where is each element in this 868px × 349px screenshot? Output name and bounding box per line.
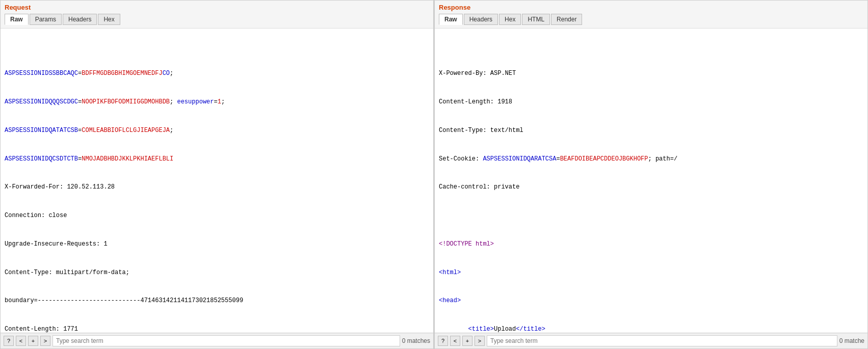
request-help-button[interactable]: ? — [4, 336, 14, 346]
tab-response-render[interactable]: Render — [551, 14, 582, 25]
request-matches: 0 matches — [402, 337, 430, 344]
response-title: Response — [439, 4, 863, 11]
request-tabs: Raw Params Headers Hex — [5, 14, 429, 25]
response-next-button[interactable]: > — [475, 336, 485, 346]
request-add-button[interactable]: + — [28, 336, 38, 346]
response-search-input[interactable] — [487, 335, 837, 346]
request-search-bar: ? < + > 0 matches — [1, 333, 433, 348]
request-next-button[interactable]: > — [40, 336, 50, 346]
response-panel-header: Response Raw Headers Hex HTML Render — [435, 1, 867, 29]
response-add-button[interactable]: + — [462, 336, 472, 346]
response-search-bar: ? < + > 0 matche — [435, 333, 867, 348]
response-help-button[interactable]: ? — [438, 336, 448, 346]
response-body: X-Powered-By: ASP.NET Content-Length: 19… — [439, 50, 863, 333]
request-prev-button[interactable]: < — [16, 336, 26, 346]
tab-response-raw[interactable]: Raw — [439, 14, 463, 25]
request-panel-header: Request Raw Params Headers Hex — [1, 1, 433, 29]
response-panel: Response Raw Headers Hex HTML Render X-P… — [434, 0, 868, 349]
request-title: Request — [5, 4, 429, 11]
tab-response-hex[interactable]: Hex — [499, 14, 521, 25]
request-content: ASPSESSIONIDSSBBCAQC=BDFFMGDBGBHIMGOEMNE… — [1, 29, 433, 333]
response-matches: 0 matche — [839, 337, 864, 344]
request-panel: Request Raw Params Headers Hex ASPSESSIO… — [0, 0, 434, 349]
tab-response-html[interactable]: HTML — [522, 14, 550, 25]
response-prev-button[interactable]: < — [450, 336, 460, 346]
request-search-input[interactable] — [52, 335, 400, 346]
response-tabs: Raw Headers Hex HTML Render — [439, 14, 863, 25]
tab-request-hex[interactable]: Hex — [98, 14, 120, 25]
request-body: ASPSESSIONIDSSBBCAQC=BDFFMGDBGBHIMGOEMNE… — [5, 50, 429, 333]
tab-request-params[interactable]: Params — [30, 14, 62, 25]
tab-request-headers[interactable]: Headers — [63, 14, 97, 25]
tab-response-headers[interactable]: Headers — [464, 14, 498, 25]
response-content: X-Powered-By: ASP.NET Content-Length: 19… — [435, 29, 867, 333]
tab-request-raw[interactable]: Raw — [5, 14, 29, 25]
